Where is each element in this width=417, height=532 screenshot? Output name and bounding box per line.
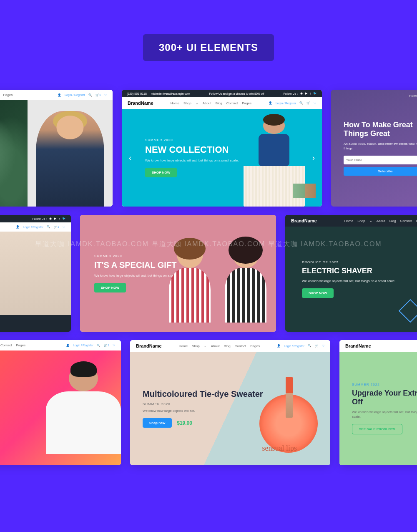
nav-home[interactable]: Home	[171, 101, 179, 105]
user-icon: 👤	[269, 101, 272, 105]
nav-about[interactable]: About	[377, 219, 385, 223]
wish-icon[interactable]: ♡	[113, 344, 115, 347]
hero: ‹ › SUMMER 2020 NEW COLLECTION We know h…	[122, 109, 322, 207]
row-3: About Blog Contact Pages 👤 Login / Regis…	[0, 340, 417, 465]
login-link[interactable]: Login / Register	[73, 344, 93, 347]
nav-shop[interactable]: Shop	[192, 344, 200, 348]
login-link[interactable]: Login / Register	[276, 102, 296, 105]
topbar: off Follow Us : ◉ ▶ f 🐦	[0, 215, 71, 222]
cart-icon[interactable]: 🛒	[306, 101, 310, 105]
navbar: BrandName Home Shop⌄ About Blog Contact …	[285, 215, 417, 227]
template-card-4: off Follow Us : ◉ ▶ f 🐦 👤 Login / Regist…	[0, 215, 71, 332]
search-icon[interactable]: 🔍	[97, 344, 100, 347]
instagram-icon[interactable]: ◉	[49, 217, 52, 220]
brand-logo[interactable]: BrandName	[345, 343, 371, 348]
search-icon[interactable]: 🔍	[47, 225, 50, 229]
hero-split	[0, 100, 113, 207]
nav-shop[interactable]: Shop	[183, 101, 191, 105]
subtitle: An audio book, eBook, and interview seri…	[344, 141, 417, 151]
subscribe-button[interactable]: Subscribe	[344, 167, 417, 176]
prev-arrow[interactable]: ‹	[126, 151, 134, 164]
shop-now-button[interactable]: Shop now	[143, 418, 172, 428]
headline: How To Make Great Things Great	[344, 121, 417, 138]
followus-label: Follow Us :	[32, 217, 47, 220]
diamond-decoration	[399, 299, 417, 323]
brand-logo[interactable]: BrandName	[291, 218, 317, 223]
nav-home[interactable]: Home	[344, 219, 353, 223]
template-card-8: BrandName Home Shop⌄ About Blog Contact …	[130, 340, 330, 465]
nav-about[interactable]: About	[211, 344, 220, 348]
wish-icon[interactable]: ♡	[314, 101, 316, 105]
subtitle: We know how large objects will act, but …	[352, 410, 417, 419]
model-figure	[230, 115, 318, 207]
hero: ion	[0, 350, 121, 465]
nav-home[interactable]: Home	[179, 344, 188, 348]
hero: PRODUCT OF 2022 ELECTRIC SHAVER We know …	[285, 227, 417, 332]
hero: SUMMER 2022 Upgrade Your Extra 50% Off W…	[339, 352, 417, 465]
subtitle: We know how large objects will act, but …	[302, 279, 417, 283]
login-link[interactable]: Login / Register	[23, 226, 43, 229]
model-figure	[36, 111, 104, 207]
shop-now-button[interactable]: SHOP NOW	[94, 283, 126, 292]
hero: SUMMER 2020 IT'S A SPECIAL GIFT We know …	[80, 215, 276, 332]
navbar: About Blog Contact Pages 👤 Login / Regis…	[0, 340, 121, 350]
title-badge: 300+ UI ELEMENTS	[143, 34, 274, 61]
navbar: 👤 Login / Register 🔍 🛒1 ♡	[0, 222, 71, 232]
nav-blog[interactable]: Blog	[216, 101, 222, 105]
template-card-5: BrandName Home Shop⌄ About Blog Contact …	[80, 215, 276, 332]
price-text: $19.00	[177, 420, 192, 426]
twitter-icon[interactable]: 🐦	[62, 217, 66, 220]
login-link[interactable]: Login / Register	[284, 345, 304, 348]
nav-blog[interactable]: Blog	[224, 344, 231, 348]
cart-icon[interactable]: 🛒1	[54, 225, 59, 229]
script-text: sensual lips	[262, 444, 297, 453]
wish-icon[interactable]: ♡	[322, 344, 324, 348]
nav-contact[interactable]: Contact	[400, 219, 412, 223]
headline: Upgrade Your Extra 50% Off	[352, 389, 417, 406]
models-figure	[159, 236, 276, 332]
user-icon: 👤	[277, 344, 281, 348]
nav-pages[interactable]: Pages	[250, 344, 260, 348]
email-input[interactable]	[344, 156, 417, 164]
hero: How To Make Great Things Great An audio …	[331, 90, 417, 207]
template-card-3: BrandName Home Product How To Make Great…	[331, 90, 417, 207]
hero-image-tapes	[0, 232, 71, 315]
nav-contact[interactable]: Contact	[235, 344, 246, 348]
row-1: Blog Contact Pages 👤 Login / Register 🔍 …	[0, 90, 417, 207]
cart-icon[interactable]: 🛒	[315, 344, 319, 348]
hero-image-leaves	[0, 100, 28, 207]
hero: Multicoloured Tie-dye Sweater SUMMER 202…	[130, 352, 330, 465]
navbar: BrandName Home	[339, 340, 417, 352]
template-card-2: (225) 555-0118 michelle.rivera@example.c…	[122, 90, 322, 207]
user-icon: 👤	[16, 225, 20, 229]
chevron-down-icon: ⌄	[204, 344, 207, 348]
headline: ELECTRIC SHAVER	[302, 267, 417, 275]
shop-now-button[interactable]: SHOP NOW	[302, 288, 334, 298]
facebook-icon[interactable]: f	[59, 217, 60, 220]
template-card-1: Blog Contact Pages 👤 Login / Register 🔍 …	[0, 90, 113, 207]
sale-products-button[interactable]: SEE SALE PRODUCTS	[352, 424, 402, 434]
eyebrow: PRODUCT OF 2022	[302, 260, 417, 264]
youtube-icon[interactable]: ▶	[54, 217, 56, 220]
template-card-9: BrandName Home SUMMER 2022 Upgrade Your …	[339, 340, 417, 465]
nav-shop[interactable]: Shop	[357, 219, 365, 223]
nav-pages[interactable]: Pages	[242, 101, 251, 105]
nav-pages[interactable]: Pages	[16, 343, 26, 347]
nav-about[interactable]: About	[203, 101, 211, 105]
chevron-down-icon: ⌄	[196, 101, 198, 105]
brand-logo[interactable]: BrandName	[136, 343, 162, 348]
search-icon[interactable]: 🔍	[299, 101, 303, 105]
nav-contact[interactable]: Contact	[226, 101, 238, 105]
chevron-down-icon: ⌄	[369, 219, 372, 223]
shop-now-button[interactable]: SHOP NOW	[145, 168, 177, 177]
user-icon: 👤	[66, 344, 70, 347]
navbar: BrandName Home Shop⌄ About Blog Contact …	[130, 340, 330, 352]
nav-blog[interactable]: Blog	[389, 219, 396, 223]
row-2: off Follow Us : ◉ ▶ f 🐦 👤 Login / Regist…	[0, 215, 417, 332]
search-icon[interactable]: 🔍	[308, 344, 311, 348]
nav-contact[interactable]: Contact	[0, 343, 12, 347]
template-card-7: About Blog Contact Pages 👤 Login / Regis…	[0, 340, 121, 465]
model-figure	[42, 361, 121, 465]
cart-icon[interactable]: 🛒1	[104, 344, 109, 347]
wish-icon[interactable]: ♡	[63, 225, 65, 229]
